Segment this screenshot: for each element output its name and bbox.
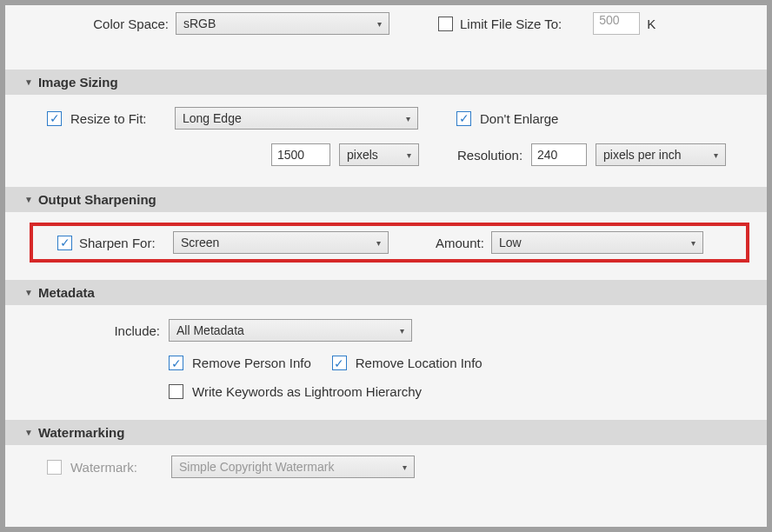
include-value: All Metadata (176, 323, 244, 337)
colorspace-row: Color Space: sRGB ▾ Limit File Size To: … (5, 5, 767, 70)
highlighted-sharpening-row: ✓ Sharpen For: Screen ▾ Amount: Low ▾ (30, 223, 749, 263)
remove-location-info-label: Remove Location Info (356, 356, 482, 370)
watermark-value: Simple Copyright Watermark (179, 460, 334, 474)
sharpen-for-checkbox[interactable]: ✓ (57, 236, 72, 250)
image-sizing-body: ✓ Resize to Fit: Long Edge ▾ ✓ Don't Enl… (5, 95, 767, 187)
metadata-body: Include: All Metadata ▾ ✓ Remove Person … (5, 305, 767, 420)
color-space-dropdown[interactable]: sRGB ▾ (176, 12, 389, 35)
limit-file-size-input[interactable]: 500 (593, 12, 640, 35)
chevron-down-icon: ▾ (407, 150, 411, 160)
resolution-unit-dropdown[interactable]: pixels per inch ▾ (596, 143, 726, 166)
size-input[interactable]: 1500 (271, 143, 330, 166)
check-icon: ✓ (60, 236, 70, 249)
check-icon: ✓ (171, 357, 182, 369)
include-label: Include: (110, 323, 160, 338)
color-space-value: sRGB (183, 17, 216, 30)
watermarking-title: Watermarking (38, 425, 124, 440)
limit-unit-label: K (647, 17, 656, 31)
image-sizing-title: Image Sizing (38, 75, 118, 90)
dont-enlarge-label: Don't Enlarge (480, 111, 558, 126)
disclosure-triangle-icon: ▼ (24, 77, 33, 87)
resize-to-fit-value: Long Edge (183, 111, 242, 125)
metadata-title: Metadata (38, 285, 95, 300)
remove-person-info-label: Remove Person Info (192, 356, 311, 370)
metadata-header[interactable]: ▼ Metadata (5, 280, 767, 305)
chevron-down-icon: ▾ (400, 326, 404, 336)
chevron-down-icon: ▾ (406, 114, 410, 123)
image-sizing-header[interactable]: ▼ Image Sizing (5, 70, 767, 95)
chevron-down-icon: ▾ (377, 19, 382, 29)
output-sharpening-header[interactable]: ▼ Output Sharpening (5, 187, 767, 212)
resolution-unit-value: pixels per inch (603, 148, 682, 162)
export-settings-panel: Color Space: sRGB ▾ Limit File Size To: … (5, 5, 767, 527)
disclosure-triangle-icon: ▼ (24, 195, 33, 204)
limit-file-size-checkbox[interactable] (438, 17, 453, 31)
remove-person-info-checkbox[interactable]: ✓ (169, 356, 183, 370)
amount-label: Amount: (436, 236, 484, 250)
chevron-down-icon: ▾ (714, 150, 718, 160)
disclosure-triangle-icon: ▼ (24, 428, 33, 437)
watermarking-body: Watermark: Simple Copyright Watermark ▾ (5, 445, 767, 480)
limit-file-size-label: Limit File Size To: (460, 17, 562, 31)
chevron-down-icon: ▾ (691, 238, 695, 248)
resize-to-fit-checkbox[interactable]: ✓ (47, 111, 62, 126)
amount-dropdown[interactable]: Low ▾ (491, 231, 703, 254)
sharpen-for-dropdown[interactable]: Screen ▾ (173, 231, 389, 254)
resolution-label: Resolution: (457, 148, 522, 163)
watermark-dropdown[interactable]: Simple Copyright Watermark ▾ (171, 456, 415, 478)
check-icon: ✓ (50, 112, 60, 124)
watermarking-header[interactable]: ▼ Watermarking (5, 420, 767, 445)
color-space-label: Color Space: (92, 17, 169, 31)
output-sharpening-body: ✓ Sharpen For: Screen ▾ Amount: Low ▾ (5, 212, 767, 280)
write-keywords-checkbox[interactable] (169, 384, 183, 399)
output-sharpening-title: Output Sharpening (38, 192, 156, 207)
check-icon: ✓ (334, 357, 344, 369)
sharpen-for-label: Sharpen For: (79, 236, 166, 250)
write-keywords-label: Write Keywords as Lightroom Hierarchy (192, 384, 422, 399)
size-unit-dropdown[interactable]: pixels ▾ (339, 143, 419, 166)
chevron-down-icon: ▾ (403, 462, 407, 472)
remove-location-info-checkbox[interactable]: ✓ (332, 356, 347, 370)
include-dropdown[interactable]: All Metadata ▾ (169, 319, 412, 342)
resolution-input[interactable]: 240 (531, 143, 587, 166)
chevron-down-icon: ▾ (376, 238, 381, 248)
watermark-label: Watermark: (70, 460, 163, 475)
watermark-checkbox[interactable] (47, 460, 62, 475)
resize-to-fit-dropdown[interactable]: Long Edge ▾ (175, 107, 418, 130)
disclosure-triangle-icon: ▼ (24, 288, 33, 297)
sharpen-for-value: Screen (181, 236, 219, 249)
amount-value: Low (499, 236, 522, 249)
size-unit-value: pixels (347, 148, 378, 162)
resize-to-fit-label: Resize to Fit: (70, 111, 166, 126)
dont-enlarge-checkbox[interactable]: ✓ (456, 111, 471, 126)
check-icon: ✓ (459, 112, 469, 124)
